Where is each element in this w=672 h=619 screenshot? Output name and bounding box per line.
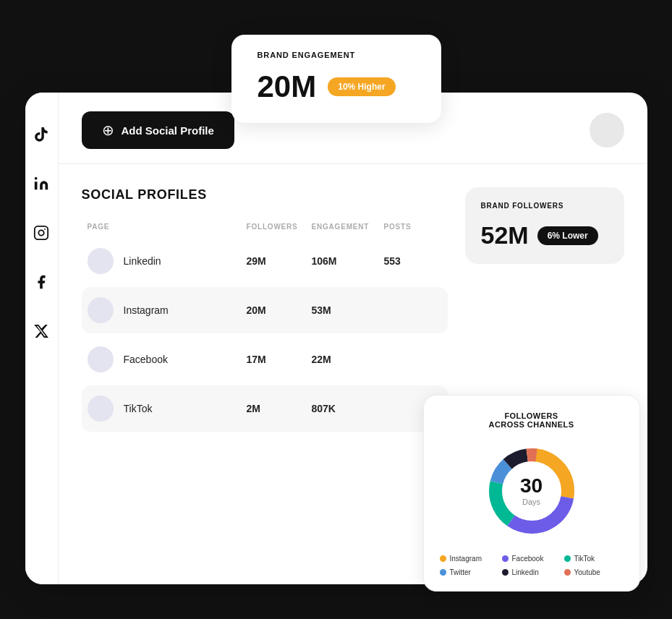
followers-cell: 2M (247, 403, 312, 414)
sidebar (25, 93, 59, 584)
tiktok-icon[interactable] (28, 121, 54, 148)
legend-dot (440, 569, 446, 576)
legend-item: TikTok (564, 555, 624, 563)
legend-item: Linkedin (502, 568, 561, 576)
legend-label: Instagram (450, 555, 482, 563)
engagement-cell: 22M (312, 354, 384, 365)
col-posts: POSTS (384, 223, 442, 231)
engagement-cell: 807K (312, 403, 384, 414)
legend-dot (564, 555, 571, 562)
page-name: Facebook (124, 354, 168, 365)
table-body: Linkedin 29M 106M 553 Instagram 20M 53M … (82, 238, 448, 432)
linkedin-icon[interactable] (28, 171, 54, 197)
user-avatar (590, 113, 624, 148)
followers-cell: 17M (247, 354, 312, 365)
page-avatar (88, 346, 114, 372)
table-row: Facebook 17M 22M (82, 336, 448, 383)
svg-rect-0 (35, 226, 48, 239)
legend-item: Youtube (564, 568, 624, 576)
engagement-cell: 106M (312, 255, 384, 267)
legend-dot (440, 555, 446, 562)
donut-chart-wrapper: 30 Days (440, 440, 624, 542)
legend-item: Facebook (502, 555, 561, 563)
legend-item: Twitter (440, 568, 499, 576)
brand-followers-value: 52M (481, 221, 529, 249)
svg-point-2 (44, 229, 46, 230)
days-number: 30 (520, 476, 543, 496)
legend-dot (502, 555, 509, 562)
legend-dot (502, 569, 509, 576)
engagement-cell: 53M (312, 304, 384, 316)
table-row: TikTok 2M 807K (82, 385, 448, 432)
followers-cell: 29M (247, 255, 312, 267)
facebook-icon[interactable] (28, 269, 54, 295)
page-name: Instagram (124, 304, 169, 316)
col-followers: FOLLOWERS (247, 223, 312, 231)
legend-dot (564, 569, 571, 576)
instagram-icon[interactable] (28, 220, 54, 246)
add-social-profile-button[interactable]: ⊕ Add Social Profile (82, 111, 234, 149)
page-avatar (88, 297, 114, 323)
brand-followers-badge: 6% Lower (537, 226, 598, 245)
table-row: Linkedin 29M 106M 553 (82, 238, 448, 284)
chart-legend: Instagram Facebook TikTok Twitter Linked… (440, 555, 624, 576)
donut-center-label: 30 Days (520, 476, 543, 506)
legend-item: Instagram (440, 555, 499, 563)
brand-engagement-value: 20M (258, 69, 317, 104)
brand-followers-title: BRAND FOLLOWERS (481, 202, 608, 210)
brand-engagement-badge: 10% Higher (328, 77, 395, 96)
col-engagement: ENGAGEMENT (312, 223, 384, 231)
page-avatar (88, 248, 114, 274)
add-profile-label: Add Social Profile (122, 124, 214, 137)
brand-engagement-card: BRAND ENGAGEMENT 20M 10% Higher (231, 35, 441, 123)
followers-cell: 20M (247, 304, 312, 316)
table-header: PAGE FOLLOWERS ENGAGEMENT POSTS (82, 223, 448, 238)
svg-point-1 (38, 230, 43, 235)
col-page: PAGE (88, 223, 247, 231)
add-icon: ⊕ (102, 121, 114, 139)
followers-across-channels-card: FOLLOWERSACROSS CHANNELS (423, 395, 640, 592)
legend-label: TikTok (574, 555, 595, 563)
brand-followers-card: BRAND FOLLOWERS 52M 6% Lower (465, 187, 624, 264)
legend-label: Twitter (450, 568, 471, 576)
brand-engagement-title: BRAND ENGAGEMENT (258, 51, 415, 59)
posts-cell: 553 (384, 255, 442, 267)
table-row: Instagram 20M 53M (82, 287, 448, 333)
social-profiles-title: SOCIAL PROFILES (82, 187, 448, 202)
donut-chart: 30 Days (481, 440, 582, 542)
page-avatar (88, 396, 114, 422)
page-name: TikTok (124, 403, 153, 414)
twitter-x-icon[interactable] (28, 318, 54, 344)
left-panel: SOCIAL PROFILES PAGE FOLLOWERS ENGAGEMEN… (82, 187, 448, 567)
page-name: Linkedin (124, 255, 161, 267)
followers-channels-title: FOLLOWERSACROSS CHANNELS (440, 411, 624, 429)
legend-label: Facebook (512, 555, 544, 563)
days-label: Days (520, 498, 543, 506)
legend-label: Youtube (574, 568, 600, 576)
legend-label: Linkedin (512, 568, 539, 576)
